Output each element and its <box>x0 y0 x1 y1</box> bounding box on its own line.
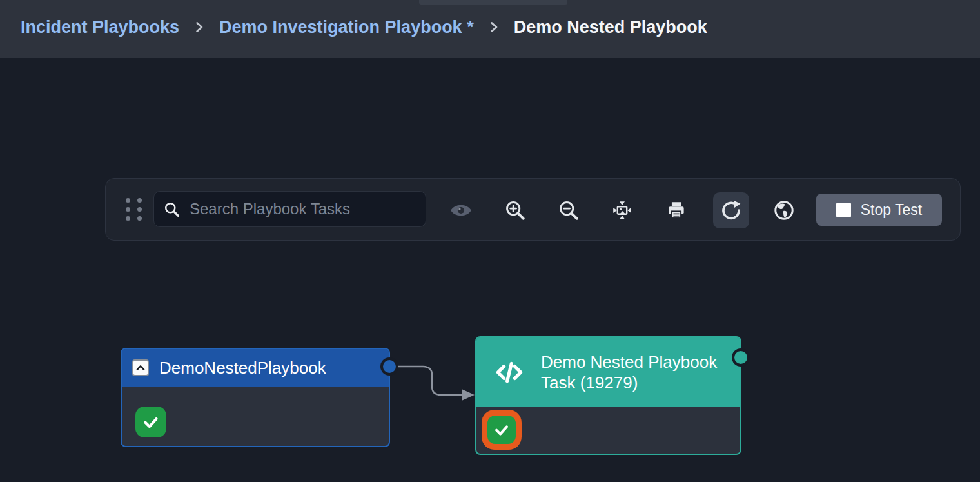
search-icon <box>163 201 181 218</box>
task-node-header: DemoNestedPlaybook <box>122 349 389 387</box>
refresh-icon <box>720 199 743 222</box>
preview-eye-button[interactable] <box>443 192 479 228</box>
task-status-completed-badge <box>487 416 516 444</box>
stop-square-icon <box>836 203 851 217</box>
globe-button[interactable] <box>766 192 802 228</box>
search-input-container <box>153 191 426 227</box>
code-icon <box>493 356 525 388</box>
playbook-toolbar: Stop Test <box>105 178 961 241</box>
preview-eye-icon <box>449 199 473 222</box>
chevron-right-icon <box>191 19 208 35</box>
collapse-button[interactable] <box>132 359 149 376</box>
fit-to-screen-icon <box>611 199 634 222</box>
breadcrumb: Incident Playbooks Demo Investigation Pl… <box>0 0 980 58</box>
chevron-right-icon <box>485 19 502 35</box>
task-title: Demo Nested Playbook Task (19279) <box>541 352 721 394</box>
task-title: DemoNestedPlaybook <box>159 358 326 378</box>
search-input[interactable] <box>188 199 416 219</box>
task-node-demo-nested-playbook[interactable]: DemoNestedPlaybook <box>121 348 390 447</box>
stop-test-button[interactable]: Stop Test <box>816 194 942 226</box>
zoom-in-icon <box>504 199 526 221</box>
checkmark-icon <box>491 419 512 440</box>
node-output-connector[interactable] <box>732 348 750 367</box>
globe-icon <box>772 199 796 222</box>
task-highlight-ring <box>482 410 522 450</box>
task-node-demo-nested-playbook-task[interactable]: Demo Nested Playbook Task (19279) <box>475 336 741 455</box>
drag-handle[interactable] <box>126 198 142 221</box>
fit-to-screen-button[interactable] <box>604 192 640 228</box>
print-icon <box>665 199 687 221</box>
breadcrumb-link-incident-playbooks[interactable]: Incident Playbooks <box>21 17 179 37</box>
print-button[interactable] <box>658 192 694 228</box>
task-node-header: Demo Nested Playbook Task (19279) <box>476 337 740 407</box>
chevron-up-icon <box>133 361 148 375</box>
horizontal-scrollbar-thumb[interactable] <box>419 0 567 5</box>
zoom-out-icon <box>558 199 580 221</box>
stop-test-label: Stop Test <box>861 201 922 219</box>
refresh-button[interactable] <box>713 192 749 228</box>
breadcrumb-link-demo-investigation-playbook[interactable]: Demo Investigation Playbook * <box>219 17 474 37</box>
checkmark-icon <box>140 411 162 433</box>
breadcrumb-current-page: Demo Nested Playbook <box>514 17 707 37</box>
node-output-connector[interactable] <box>380 357 398 376</box>
task-status-completed-badge <box>135 407 166 437</box>
zoom-out-button[interactable] <box>551 192 587 228</box>
zoom-in-button[interactable] <box>497 192 533 228</box>
